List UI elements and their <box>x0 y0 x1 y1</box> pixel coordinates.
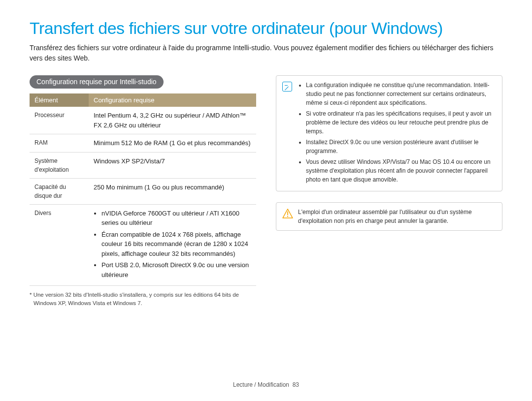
note-item: Installez DirectX 9.0c ou une version po… <box>306 138 496 155</box>
table-header-config: Configuration requise <box>89 93 256 107</box>
table-row: Système d'exploitation Windows XP SP2/Vi… <box>30 152 256 178</box>
table-row: RAM Minimum 512 Mo de RAM (1 Go et plus … <box>30 134 256 153</box>
cell-value: 250 Mo minimum (1 Go ou plus recommandé) <box>89 178 256 204</box>
section-heading: Configuration requise pour Intelli-studi… <box>30 75 164 89</box>
note-item: Vous devez utiliser Windows XP/Vista/7 o… <box>306 157 496 184</box>
note-box: La configuration indiquée ne constitue q… <box>276 75 502 191</box>
cell-value: Windows XP SP2/Vista/7 <box>89 152 256 178</box>
warning-text: L'emploi d'un ordinateur assemblé par l'… <box>298 208 496 225</box>
table-row: Capacité du disque dur 250 Mo minimum (1… <box>30 178 256 204</box>
note-item: Si votre ordinateur n'a pas les spécific… <box>306 109 496 136</box>
cell-label: Processeur <box>30 107 89 134</box>
table-header-element: Élément <box>30 93 89 107</box>
cell-label: Capacité du disque dur <box>30 178 89 204</box>
note-icon <box>282 82 292 92</box>
footnote: * Une version 32 bits d'Intelli-studio s… <box>30 291 256 307</box>
list-item: nVIDIA Geforce 7600GT ou ultérieur / ATI… <box>101 209 251 228</box>
footer-page-number: 83 <box>293 381 299 388</box>
cell-value: Minimum 512 Mo de RAM (1 Go et plus reco… <box>89 134 256 153</box>
table-row: Divers nVIDIA Geforce 7600GT ou ultérieu… <box>30 204 256 286</box>
svg-point-2 <box>287 216 288 217</box>
cell-label: Divers <box>30 204 89 286</box>
requirements-table: Élément Configuration requise Processeur… <box>30 93 256 286</box>
cell-value: nVIDIA Geforce 7600GT ou ultérieur / ATI… <box>89 204 256 286</box>
intro-text: Transférez des fichiers sur votre ordina… <box>30 43 502 63</box>
cell-value: Intel Pentium 4, 3,2 GHz ou supérieur / … <box>89 107 256 134</box>
warning-icon <box>282 208 293 225</box>
list-item: Port USB 2.0, Microsoft DirectX 9.0c ou … <box>101 260 251 279</box>
note-item: La configuration indiquée ne constitue q… <box>306 81 496 107</box>
page-footer: Lecture / Modification 83 <box>0 381 532 388</box>
list-item: Écran compatible de 1024 x 768 pixels, a… <box>101 230 251 259</box>
cell-label: Système d'exploitation <box>30 152 89 178</box>
footer-section: Lecture / Modification <box>233 381 289 388</box>
table-row: Processeur Intel Pentium 4, 3,2 GHz ou s… <box>30 107 256 134</box>
cell-label: RAM <box>30 134 89 153</box>
warning-box: L'emploi d'un ordinateur assemblé par l'… <box>276 202 502 231</box>
page-title: Transfert des fichiers sur votre ordinat… <box>30 19 502 38</box>
